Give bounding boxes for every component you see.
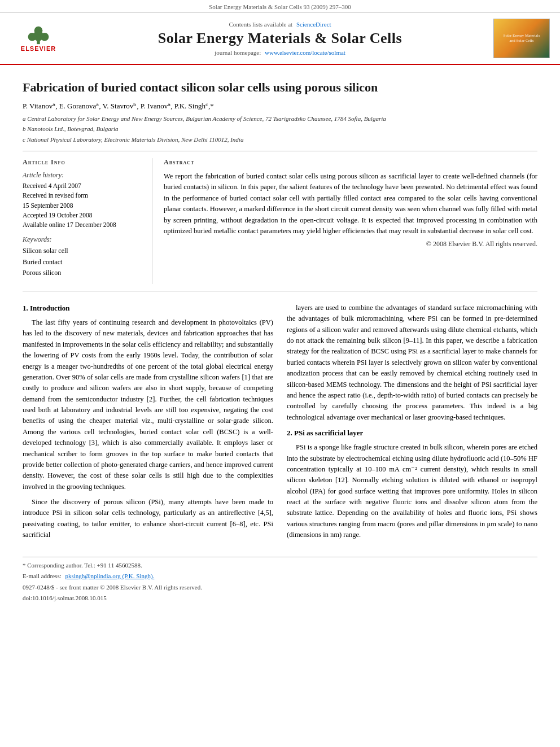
journal-thumbnail-block: Solar Energy Materialsand Solar Cells (488, 19, 550, 58)
section1-para1: The last fifty years of continuing resea… (23, 317, 273, 492)
email-link[interactable]: pksingh@nplindia.org (P.K. Singh). (65, 573, 154, 579)
abstract-heading: Abstract (164, 158, 537, 167)
history-label: Article history: (23, 171, 143, 180)
footnote-email-line: E-mail address: pksingh@nplindia.org (P.… (23, 571, 537, 582)
article-info-heading: Article Info (23, 158, 143, 167)
affiliation-c: c National Physical Laboratory, Electron… (23, 135, 537, 145)
keywords-group: Keywords: Silicon solar cell Buried cont… (23, 235, 143, 278)
svg-point-3 (41, 32, 49, 41)
sciencedirect-link[interactable]: ScienceDirect (296, 21, 331, 28)
journal-citation: Solar Energy Materials & Solar Cells 93 … (209, 3, 351, 10)
received-date: Received 4 April 2007 (23, 181, 143, 191)
section1-heading: 1. Introduction (23, 303, 273, 314)
journal-cover-thumbnail: Solar Energy Materialsand Solar Cells (493, 19, 550, 58)
article-info-column: Article Info Article history: Received 4… (23, 158, 152, 284)
section1-right-para1: layers are used to combine the advantage… (287, 303, 537, 423)
homepage-link[interactable]: www.elsevier.com/locate/solmat (265, 49, 345, 56)
divider-after-abstract (23, 291, 537, 291)
footnote-doi: doi:10.1016/j.solmat.2008.10.015 (23, 593, 537, 604)
received-revised-label: Received in revised form (23, 191, 143, 200)
divider-after-affiliations (23, 151, 537, 151)
email-label: E-mail address: (23, 573, 62, 579)
journal-title-block: Contents lists available at ScienceDirec… (72, 21, 488, 56)
elsevier-tree-icon (21, 25, 55, 45)
affiliation-b: b Nanotools Ltd., Botevgrad, Bulgaria (23, 124, 537, 134)
article-info-abstract-row: Article Info Article history: Received 4… (23, 158, 537, 284)
footnote-corresponding: * Corresponding author. Tel.: +91 11 456… (23, 561, 537, 571)
abstract-text: We report the fabrication of buried cont… (164, 171, 537, 237)
authors-line: P. Vitanovᵃ, E. Goranovaᵃ, V. Stavrovᵇ, … (23, 102, 537, 111)
journal-main-title: Solar Energy Materials & Solar Cells (72, 30, 488, 47)
section2-heading: 2. PSi as sacrificial layer (287, 427, 537, 439)
received-revised-date: 15 September 2008 (23, 201, 143, 211)
journal-top-bar: Solar Energy Materials & Solar Cells 93 … (0, 0, 560, 13)
keyword-3: Porous silicon (23, 268, 143, 278)
affiliations-block: a Central Laboratory for Solar Energy an… (23, 114, 537, 145)
affiliation-a: a Central Laboratory for Solar Energy an… (23, 114, 537, 124)
abstract-copyright: © 2008 Elsevier B.V. All rights reserved… (164, 240, 537, 248)
section2-para1: PSi is a sponge like fragile structure c… (287, 442, 537, 540)
history-group: Article history: Received 4 April 2007 R… (23, 171, 143, 230)
contents-line: Contents lists available at ScienceDirec… (72, 21, 488, 28)
svg-point-4 (34, 26, 43, 34)
elsevier-logo-block: ELSEVIER (10, 21, 72, 55)
body-col-right: layers are used to combine the advantage… (287, 303, 537, 545)
article-title: Fabrication of buried contact silicon so… (23, 80, 537, 96)
elsevier-wordmark: ELSEVIER (21, 45, 56, 52)
keyword-1: Silicon solar cell (23, 246, 143, 256)
body-text-area: 1. Introduction The last fifty years of … (23, 303, 537, 545)
keyword-2: Buried contact (23, 257, 143, 268)
keywords-label: Keywords: (23, 235, 143, 244)
available-online-date: Available online 17 December 2008 (23, 220, 143, 230)
footnote-area: * Corresponding author. Tel.: +91 11 456… (23, 557, 537, 604)
footnote-issn: 0927-0248/$ - see front matter © 2008 El… (23, 583, 537, 593)
accepted-date: Accepted 19 October 2008 (23, 211, 143, 220)
section1-para2: Since the discovery of porous silicon (P… (23, 497, 273, 541)
journal-banner: ELSEVIER Contents lists available at Sci… (0, 13, 560, 65)
homepage-line: journal homepage: www.elsevier.com/locat… (72, 49, 488, 56)
body-col-left: 1. Introduction The last fifty years of … (23, 303, 273, 545)
svg-point-2 (28, 32, 37, 41)
article-main: Fabrication of buried contact silicon so… (0, 65, 560, 616)
abstract-column: Abstract We report the fabrication of bu… (164, 158, 537, 284)
